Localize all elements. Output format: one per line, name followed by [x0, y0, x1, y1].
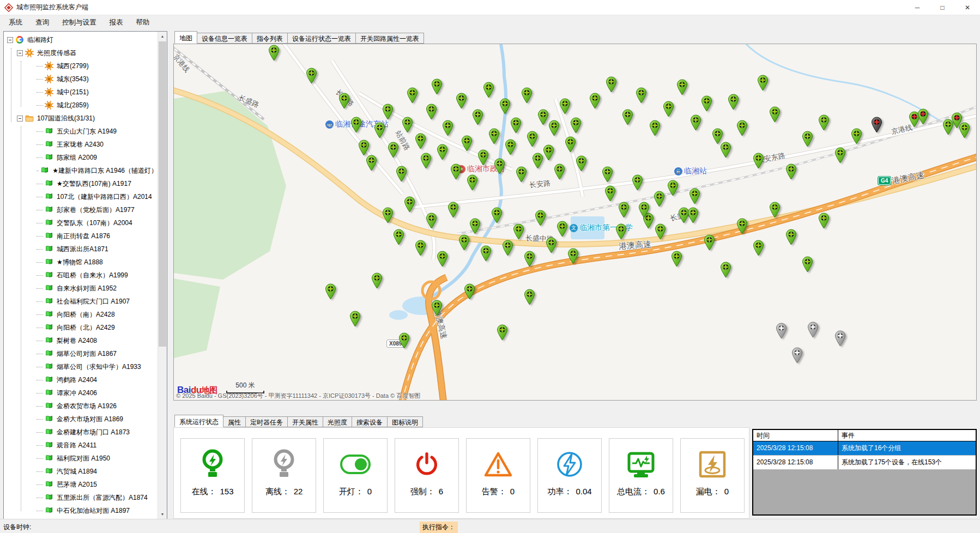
tree-device-item[interactable]: 城中(2151) [4, 86, 158, 99]
map-pin-online[interactable] [431, 78, 443, 95]
tree-device-item[interactable]: 谭家冲 A2406 [4, 386, 158, 399]
menu-item-1[interactable]: 系统 [2, 16, 29, 29]
tree-device-item[interactable]: ★建新中路路口东 A1946（辅道灯） [4, 164, 158, 177]
map-pin-online[interactable] [655, 223, 666, 240]
map-pin-online[interactable] [306, 68, 317, 84]
map-pin-online[interactable] [396, 166, 407, 182]
maximize-button[interactable]: □ [930, 0, 955, 15]
map-pin-online[interactable] [690, 114, 701, 131]
scrollbar-thumb[interactable] [159, 41, 166, 347]
map-pin-online[interactable] [785, 163, 797, 180]
map-pin-online[interactable] [769, 106, 781, 123]
map-pin-online[interactable] [701, 95, 712, 112]
tree-device-item[interactable]: 城东(3543) [4, 72, 158, 86]
map-pin-online[interactable] [461, 135, 473, 152]
map-pin-online[interactable] [753, 153, 764, 169]
map-pin-online[interactable] [649, 120, 661, 136]
map-pin-online[interactable] [382, 207, 394, 223]
map-pin-online[interactable] [268, 45, 280, 61]
map-pin-online[interactable] [499, 98, 511, 114]
tree-device-item[interactable]: 金桥农贸市场 A1926 [4, 399, 158, 413]
map-pin-online[interactable] [554, 163, 565, 180]
map-pin-online[interactable] [567, 248, 579, 264]
map-pin-online[interactable] [524, 251, 535, 267]
map-pin-online[interactable] [769, 202, 781, 218]
map-pin-online[interactable] [483, 82, 494, 98]
tree-device-item[interactable]: 向阳桥（北）A2429 [4, 321, 158, 334]
map-pin-online[interactable] [689, 188, 700, 204]
map-pin-online[interactable] [521, 87, 533, 104]
tree-expander-icon[interactable] [17, 50, 23, 56]
tree-expander-icon[interactable] [17, 116, 23, 122]
map-pin-online[interactable] [350, 117, 362, 133]
tree-device-item[interactable]: 南正街转盘 A1876 [4, 229, 158, 243]
map-pin-online[interactable] [415, 240, 426, 256]
tree-device-item[interactable]: 烟草公司（求知中学）A1933 [4, 360, 158, 373]
map-pin-online[interactable] [602, 166, 613, 183]
map-pin-online[interactable] [687, 207, 699, 223]
map-pin-online[interactable] [676, 79, 688, 95]
bottom-tab-1[interactable]: 系统运行状态 [174, 415, 223, 427]
menu-item-4[interactable]: 报表 [103, 16, 130, 29]
map-pin-online[interactable] [450, 163, 462, 180]
map-pin-online[interactable] [420, 153, 432, 169]
scroll-down-arrow-icon[interactable]: ▼ [158, 510, 167, 519]
map-pin-online[interactable] [606, 76, 617, 93]
map-pin-online[interactable] [736, 120, 748, 136]
map-pin-online[interactable] [535, 210, 546, 226]
map-pin-online[interactable] [437, 251, 448, 267]
map-pin-online[interactable] [548, 120, 560, 136]
map-pin-online[interactable] [491, 207, 503, 223]
map-pin-online[interactable] [338, 93, 350, 109]
map-pin-dark[interactable] [871, 117, 882, 133]
bottom-tab-4[interactable]: 开关属性 [287, 416, 323, 427]
map-pin-online[interactable] [497, 324, 508, 341]
map-pin-online[interactable] [785, 229, 797, 245]
tree-expander-icon[interactable] [7, 37, 13, 43]
tree-device-item[interactable]: 芭茅塘 A2015 [4, 478, 158, 491]
tree-device-item[interactable]: 中石化加油站对面 A1897 [4, 504, 158, 517]
map-pin-online[interactable] [505, 139, 516, 155]
map-pin-online[interactable] [720, 262, 731, 278]
map-pin-online[interactable] [494, 158, 505, 174]
map-pin-online[interactable] [458, 234, 470, 251]
map-pin-online[interactable] [366, 155, 377, 171]
map-pin-online[interactable] [325, 283, 336, 300]
map-pin-online[interactable] [447, 202, 459, 218]
close-button[interactable]: ✕ [955, 0, 980, 15]
map-pin-online[interactable] [757, 75, 769, 91]
map-pin-online[interactable] [959, 122, 970, 138]
map-pin-online[interactable] [349, 311, 361, 327]
bottom-tab-3[interactable]: 定时器任务 [245, 416, 288, 427]
tree-group-item[interactable]: 光照度传感器 [4, 46, 158, 59]
map-pin-online[interactable] [488, 128, 500, 144]
tree-device-item[interactable]: 石咀桥（自来水）A1999 [4, 269, 158, 282]
map-pin-online[interactable] [456, 93, 467, 109]
scroll-up-arrow-icon[interactable]: ▲ [158, 32, 167, 41]
map-pin-online[interactable] [618, 202, 630, 218]
tree-device-item[interactable]: 社会福利院大门口 A1907 [4, 295, 158, 308]
map-pin-online[interactable] [570, 117, 582, 134]
map-pin-offline[interactable] [791, 347, 803, 364]
map-pin-online[interactable] [589, 93, 601, 109]
map-pin-alarm[interactable] [917, 108, 929, 125]
map-pin-online[interactable] [728, 94, 739, 110]
tree-device-item[interactable]: 交警队东（107南）A2004 [4, 216, 158, 229]
map-pin-online[interactable] [556, 221, 568, 237]
tree-group-item[interactable]: 107国道沿线(31/31) [4, 112, 158, 125]
map-pin-online[interactable] [704, 234, 715, 251]
map-pin-online[interactable] [543, 144, 554, 161]
tree-device-item[interactable]: 观音路 A2411 [4, 439, 158, 452]
tree-device-item[interactable]: 城北(2859) [4, 99, 158, 112]
map-pin-online[interactable] [426, 213, 437, 229]
map-pin-online[interactable] [736, 218, 748, 234]
map-pin-online[interactable] [398, 332, 410, 349]
map-pin-online[interactable] [516, 166, 527, 183]
map-pin-online[interactable] [818, 213, 830, 229]
map-pin-online[interactable] [437, 144, 448, 160]
map-pin-online[interactable] [415, 133, 426, 149]
map-pin-online[interactable] [753, 240, 764, 256]
map-pin-online[interactable] [464, 283, 475, 300]
bottom-tab-6[interactable]: 搜索设备 [352, 416, 388, 427]
menu-item-2[interactable]: 查询 [29, 16, 56, 29]
